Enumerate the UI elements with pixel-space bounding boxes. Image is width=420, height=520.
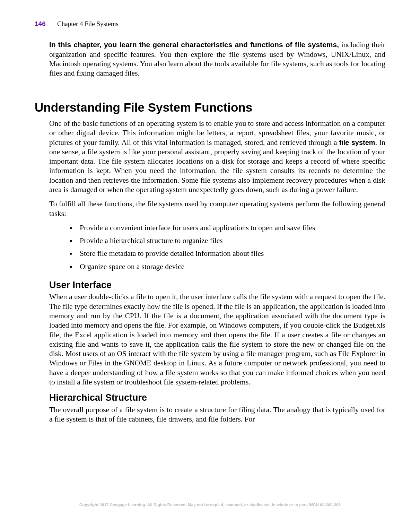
copyright-footer: Copyright 2017 Cengage Learning. All Rig…	[35, 502, 385, 508]
subsection-para-user-interface: When a user double-clicks a file to open…	[49, 292, 385, 387]
section-heading: Understanding File System Functions	[35, 100, 385, 115]
list-item: Provide a convenient interface for users…	[69, 223, 385, 233]
chapter-label: Chapter 4 File Systems	[57, 20, 119, 27]
running-header: 146 Chapter 4 File Systems	[35, 19, 385, 28]
subsection-heading-hierarchical-structure: Hierarchical Structure	[49, 392, 385, 404]
section-para-2: To fulfill all these functions, the file…	[49, 199, 385, 218]
intro-paragraph: In this chapter, you learn the general c…	[49, 40, 385, 78]
section-para-1: One of the basic functions of an operati…	[49, 119, 385, 194]
intro-lead-bold: In this chapter, you learn the general c…	[49, 41, 339, 49]
task-list: Provide a convenient interface for users…	[49, 223, 385, 271]
section-rule	[35, 94, 385, 94]
subsection-heading-user-interface: User Interface	[49, 279, 385, 291]
book-page: 146 Chapter 4 File Systems In this chapt…	[0, 0, 420, 520]
para1-a: One of the basic functions of an operati…	[49, 119, 385, 147]
section-body: One of the basic functions of an operati…	[49, 119, 385, 424]
list-item: Provide a hierarchical structure to orga…	[69, 236, 385, 245]
page-number: 146	[35, 20, 46, 27]
list-item: Organize space on a storage device	[69, 262, 385, 271]
key-term-file-system: file system	[339, 139, 375, 146]
subsection-para-hierarchical-structure: The overall purpose of a file system is …	[49, 405, 385, 424]
list-item: Store file metadata to provide detailed …	[69, 249, 385, 258]
chapter-intro: In this chapter, you learn the general c…	[49, 40, 385, 78]
